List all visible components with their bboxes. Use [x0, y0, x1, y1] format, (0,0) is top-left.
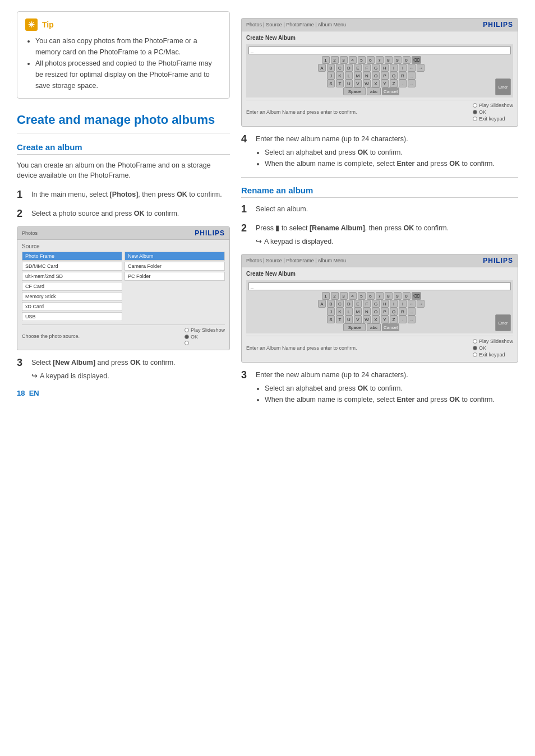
page-lang: EN	[29, 389, 39, 397]
radio-empty	[185, 341, 189, 345]
source-row-photoframe: Photo Frame	[22, 252, 122, 261]
source-row-cf: CF Card	[22, 282, 122, 291]
tip-icon: ✳	[25, 18, 38, 31]
keypad-philips-top: PHILIPS	[483, 21, 513, 29]
source-row-newalbum: New Album	[124, 252, 225, 261]
arrow-text-1: A keypad is displayed.	[40, 370, 109, 382]
keypad-footer-text-top: Enter an Album Name and press enter to c…	[246, 109, 357, 115]
step-rename-num-3: 3	[241, 369, 251, 382]
keypad-header-top: Photos | Source | PhotoFrame | Album Men…	[242, 18, 518, 31]
tip-label: Tip	[42, 20, 54, 29]
source-col1: Photo Frame SD/MMC Card ulti-mem/2nd SD …	[22, 252, 122, 321]
step-num-2: 2	[17, 208, 27, 220]
radio-slideshow	[185, 328, 189, 332]
opt-ok-label: OK	[191, 334, 198, 340]
step-rename-text-2: Press ▮ to select [Rename Album], then p…	[256, 222, 449, 248]
step-text-4: Enter the new album name (up to 24 chara…	[256, 133, 495, 169]
arrow-keypad-1: ↪ A keypad is displayed.	[31, 370, 176, 382]
arrow-sym-2: ↪	[256, 236, 262, 248]
step-rename-3: 3 Enter the new album name (up to 24 cha…	[241, 369, 518, 405]
arrow-sym-1: ↪	[31, 370, 38, 382]
tip-box: ✳ Tip You can also copy photos from the …	[17, 11, 230, 99]
source-row-xd: xD Card	[22, 302, 122, 311]
keypad-nav-bottom: Photos | Source | PhotoFrame | Album Men…	[246, 258, 346, 263]
source-screen: Photos PHILIPS Source Photo Frame SD/MMC…	[17, 226, 230, 350]
tip-item-2: All photos processed and copied to the P…	[35, 58, 222, 91]
opt-empty	[185, 341, 191, 345]
create-label-top: Create New Album	[246, 35, 513, 41]
keypad-options-bottom: Play Slideshow OK Exit keypad	[473, 338, 513, 358]
key-row-bottom: Space abc Cancel	[248, 87, 494, 95]
keypad-footer-top: Enter an Album Name and press enter to c…	[246, 100, 513, 123]
opt-slideshow-label: Play Slideshow	[191, 327, 225, 333]
keypad-header-bottom: Photos | Source | PhotoFrame | Album Men…	[242, 254, 518, 267]
keypad-body-bottom: Create New Album _ 1234567890 ⌫ ABCDEFGH…	[242, 267, 518, 362]
create-album-intro: You can create an album on the PhotoFram…	[17, 160, 230, 182]
step-num-4: 4	[241, 133, 251, 146]
step-num-1: 1	[17, 189, 27, 201]
keypad-body-top: Create New Album _ 1234567890 ⌫ ABCDEFGH…	[242, 31, 518, 126]
keypad-philips-bottom: PHILIPS	[483, 257, 513, 265]
create-label-bottom: Create New Album	[246, 271, 513, 277]
enter-key-bottom: Enter	[495, 314, 511, 331]
keypad-bottom: _ 1234567890 ⌫ ABCDEFGHII ←→	[246, 280, 513, 333]
step-num-3: 3	[17, 357, 27, 369]
step-text-3: Select [New Album] and press OK to confi…	[31, 357, 176, 382]
create-album-subtitle: Create an album	[17, 142, 230, 155]
tip-header: ✳ Tip	[25, 18, 222, 31]
step-create-4: 4 Enter the new album name (up to 24 cha…	[241, 133, 518, 169]
step-text-2: Select a photo source and press OK to co…	[31, 208, 179, 219]
keypad-footer-text-bottom: Enter an Album Name and press enter to c…	[246, 345, 357, 351]
source-row-usb: USB	[22, 312, 122, 321]
step-rename-2: 2 Press ▮ to select [Rename Album], then…	[241, 222, 518, 248]
arrow-rename: ↪ A keypad is displayed.	[256, 236, 449, 248]
keys-main-bottom: 1234567890 ⌫ ABCDEFGHII ←→ JKLMNOPQR..	[248, 292, 494, 331]
tip-item-1: You can also copy photos from the PhotoF…	[35, 35, 222, 58]
key-row-s: STUVWXYZ...	[248, 80, 494, 87]
enter-key-top: Enter	[495, 78, 511, 95]
step-rename-1: 1 Select an album.	[241, 203, 518, 216]
source-row-camera: Camera Folder	[124, 262, 225, 271]
step-rename-num-2: 2	[241, 222, 251, 235]
source-screen-body: Source Photo Frame SD/MMC Card ulti-mem/…	[17, 240, 229, 350]
keypad-screen-top: Photos | Source | PhotoFrame | Album Men…	[241, 18, 518, 127]
step-create-3: 3 Select [New Album] and press OK to con…	[17, 357, 230, 382]
keyrow-wrapper-bottom: 1234567890 ⌫ ABCDEFGHII ←→ JKLMNOPQR..	[248, 292, 511, 331]
step-create-1: 1 In the main menu, select [Photos], the…	[17, 189, 230, 201]
tip-list: You can also copy photos from the PhotoF…	[35, 35, 222, 91]
keypad-input-top: _	[248, 47, 511, 54]
keypad-screen-bottom: Photos | Source | PhotoFrame | Album Men…	[241, 254, 518, 363]
key-row-nums: 1234567890 ⌫	[248, 56, 494, 64]
opt-slideshow: Play Slideshow	[185, 327, 225, 333]
keypad-input-bottom: _	[248, 282, 511, 290]
source-row-memory: Memory Stick	[22, 292, 122, 301]
keypad-top: _ 1234567890 ⌫ ABCDEFGHII ←→	[246, 44, 513, 98]
source-table: Photo Frame SD/MMC Card ulti-mem/2nd SD …	[22, 252, 225, 321]
keypad-footer-bottom: Enter an Album Name and press enter to c…	[246, 336, 513, 359]
keypad-nav-top: Photos | Source | PhotoFrame | Album Men…	[246, 22, 346, 27]
key-row-j: JKLMNOPQR..	[248, 72, 494, 80]
radio-ok	[185, 335, 189, 339]
step-text-1: In the main menu, select [Photos], then …	[31, 189, 222, 200]
keyrow-wrapper-top: 1234567890 ⌫ ABCDEFGHII ←→ JKLMNOPQR..	[248, 56, 511, 95]
source-nav: Photos	[22, 230, 38, 236]
key-row-a: ABCDEFGHII ←→	[248, 64, 494, 72]
source-row-ulti: ulti-mem/2nd SD	[22, 272, 122, 281]
source-col2: New Album Camera Folder PC Folder	[124, 252, 225, 321]
keypad-options-top: Play Slideshow OK Exit keypad	[473, 103, 513, 122]
page-number: 18 EN	[17, 389, 230, 397]
page-num-value: 18	[17, 389, 25, 397]
section-title: Create and manage photo albums	[17, 112, 230, 133]
keys-main-top: 1234567890 ⌫ ABCDEFGHII ←→ JKLMNOPQR..	[248, 56, 494, 95]
arrow-text-2: A keypad is displayed.	[264, 236, 334, 247]
source-options: Play Slideshow OK	[185, 327, 225, 345]
step-rename-text-3: Enter the new album name (up to 24 chara…	[256, 369, 495, 405]
source-label: Source	[22, 243, 225, 249]
step-create-2: 2 Select a photo source and press OK to …	[17, 208, 230, 220]
source-footer: Choose the photo source. Play Slideshow …	[22, 324, 225, 346]
source-row-sdmmc: SD/MMC Card	[22, 262, 122, 271]
source-screen-header: Photos PHILIPS	[17, 227, 229, 240]
opt-ok: OK	[185, 334, 198, 340]
step-rename-num-1: 1	[241, 203, 251, 216]
source-footer-text: Choose the photo source.	[22, 333, 80, 339]
